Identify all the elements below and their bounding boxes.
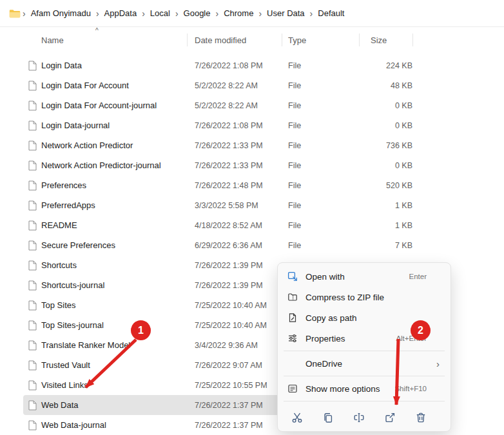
file-name: Top Sites <box>41 295 75 315</box>
menu-item-properties[interactable]: Properties Alt+Enter <box>281 328 447 349</box>
file-row[interactable]: Secure Preferences 6/29/2022 6:36 AM Fil… <box>23 235 451 255</box>
column-header-size[interactable]: Size <box>371 31 387 49</box>
menu-item-show-more-options[interactable]: Show more options Shift+F10 <box>281 378 447 399</box>
compress-zip-icon <box>287 292 299 302</box>
file-name: README <box>41 215 77 235</box>
breadcrumb-item-afam-onyimadu[interactable]: Afam Onyimadu <box>26 6 95 21</box>
file-size: 0 KB <box>325 95 412 115</box>
file-date-modified: 4/18/2022 8:52 AM <box>195 215 262 235</box>
file-type: File <box>288 195 301 215</box>
file-date-modified: 7/26/2022 1:37 PM <box>195 415 263 435</box>
breadcrumb-item-google[interactable]: Google <box>179 6 215 21</box>
file-date-modified: 7/26/2022 1:39 PM <box>195 275 263 295</box>
file-date-modified: 7/26/2022 1:08 PM <box>195 115 263 135</box>
menu-item-label: Open with <box>305 272 409 282</box>
file-name: Shortcuts-journal <box>41 275 104 295</box>
menu-item-copy-as-path[interactable]: Copy as path <box>281 307 447 328</box>
file-row[interactable]: Login Data 7/26/2022 1:08 PM File 224 KB <box>23 55 451 75</box>
rename-icon[interactable] <box>351 409 367 426</box>
file-date-modified: 5/2/2022 8:22 AM <box>195 95 258 115</box>
delete-icon[interactable] <box>412 409 429 426</box>
file-name: Network Action Predictor <box>41 135 133 155</box>
file-size: 7 KB <box>325 235 412 255</box>
column-divider[interactable] <box>412 34 413 46</box>
file-row[interactable]: PreferredApps 3/3/2022 5:58 PM File 1 KB <box>23 195 451 215</box>
breadcrumb-chevron-icon[interactable]: › <box>141 9 146 18</box>
properties-icon <box>287 333 299 343</box>
file-type: File <box>288 115 301 135</box>
file-icon <box>28 95 37 115</box>
file-name: Shortcuts <box>41 255 77 275</box>
menu-divider <box>284 351 445 351</box>
file-date-modified: 7/26/2022 1:48 PM <box>195 175 263 195</box>
file-date-modified: 3/3/2022 5:58 PM <box>195 195 258 215</box>
file-name: Login Data-journal <box>41 115 110 135</box>
file-icon <box>28 395 37 415</box>
file-date-modified: 3/4/2022 9:36 AM <box>195 335 258 355</box>
file-icon <box>28 315 37 335</box>
folder-icon <box>9 9 21 18</box>
column-header-name[interactable]: Name <box>41 31 64 49</box>
column-divider[interactable] <box>359 34 360 46</box>
file-icon <box>28 255 37 275</box>
file-icon <box>28 295 37 315</box>
file-row[interactable]: Preferences 7/26/2022 1:48 PM File 520 K… <box>23 175 451 195</box>
menu-item-open-with[interactable]: Open with Enter <box>281 266 447 287</box>
file-date-modified: 7/26/2022 9:07 AM <box>195 355 262 375</box>
cut-icon[interactable] <box>289 409 305 426</box>
show-more-options-icon <box>287 383 299 394</box>
breadcrumb-chevron-icon[interactable]: › <box>309 9 314 18</box>
file-name: Web Data-journal <box>41 415 106 435</box>
column-divider[interactable] <box>187 34 188 46</box>
file-icon <box>28 415 37 435</box>
breadcrumb-item-chrome[interactable]: Chrome <box>219 6 258 21</box>
file-name: Login Data For Account <box>41 75 129 95</box>
file-type: File <box>288 155 301 175</box>
file-size: 736 KB <box>325 135 412 155</box>
file-size: 0 KB <box>325 155 412 175</box>
file-row[interactable]: Network Action Predictor-journal 7/26/20… <box>23 155 451 175</box>
copy-icon[interactable] <box>320 409 336 426</box>
file-list-header: Name Date modified Type Size <box>0 31 504 49</box>
menu-item-shortcut: Alt+Enter <box>396 334 427 342</box>
file-type: File <box>288 55 301 75</box>
column-divider[interactable] <box>282 34 282 46</box>
file-row[interactable]: Login Data For Account-journal 5/2/2022 … <box>23 95 451 115</box>
file-row[interactable]: Login Data For Account 5/2/2022 8:22 AM … <box>23 75 451 95</box>
file-icon <box>28 175 37 195</box>
breadcrumb-chevron-icon[interactable]: › <box>258 9 262 18</box>
file-type: File <box>288 95 301 115</box>
file-row[interactable]: Network Action Predictor 7/26/2022 1:33 … <box>23 135 451 155</box>
file-row[interactable]: README 4/18/2022 8:52 AM File 1 KB <box>23 215 451 235</box>
menu-item-onedrive[interactable]: OneDrive › <box>281 353 447 374</box>
file-type: File <box>288 75 301 95</box>
file-name: Login Data For Account-journal <box>41 95 157 115</box>
breadcrumb-item-default[interactable]: Default <box>313 6 349 21</box>
file-explorer-window: › Afam Onyimadu › AppData › Local › Goog… <box>0 0 504 435</box>
breadcrumb-chevron-icon[interactable]: › <box>95 9 100 18</box>
breadcrumb-chevron-icon[interactable]: › <box>22 9 26 18</box>
share-icon[interactable] <box>382 409 398 426</box>
menu-item-compress-to-zip[interactable]: Compress to ZIP file <box>281 287 447 307</box>
file-date-modified: 7/26/2022 1:37 PM <box>195 395 263 415</box>
column-header-date-modified[interactable]: Date modified <box>195 31 246 49</box>
file-icon <box>28 155 37 175</box>
menu-item-label: Properties <box>305 334 396 343</box>
breadcrumb-chevron-icon[interactable]: › <box>175 9 179 18</box>
menu-divider <box>284 376 445 376</box>
menu-item-label: Show more options <box>305 384 394 394</box>
breadcrumb-item-user-data[interactable]: User Data <box>262 6 309 21</box>
submenu-chevron-icon: › <box>436 358 440 369</box>
file-icon <box>28 115 37 135</box>
menu-divider <box>284 401 445 401</box>
file-row[interactable]: Login Data-journal 7/26/2022 1:08 PM Fil… <box>23 115 451 135</box>
file-type: File <box>288 235 301 255</box>
file-size: 1 KB <box>325 215 412 235</box>
column-header-type[interactable]: Type <box>288 31 306 49</box>
sort-ascending-icon[interactable]: ^ <box>95 27 99 34</box>
file-icon <box>28 215 37 235</box>
breadcrumb-item-appdata[interactable]: AppData <box>100 6 142 21</box>
breadcrumb-chevron-icon[interactable]: › <box>215 9 219 18</box>
breadcrumb-item-local[interactable]: Local <box>146 6 175 21</box>
file-name: Trusted Vault <box>41 355 90 375</box>
